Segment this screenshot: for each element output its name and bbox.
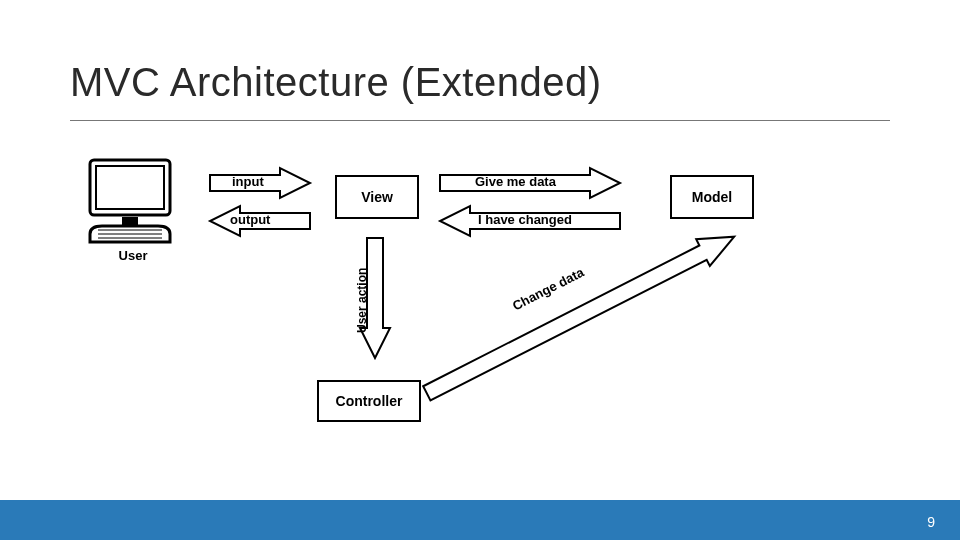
user-action-label: User action [355,255,369,345]
svg-rect-0 [90,160,170,215]
input-label: input [232,174,264,189]
controller-node: Controller [317,380,421,422]
title-underline [70,120,890,121]
i-have-changed-label: I have changed [478,212,572,227]
svg-rect-1 [96,166,164,209]
arrow-change-data [420,223,741,406]
diagram-svg [80,150,880,460]
view-node-label: View [361,189,393,205]
slide-title: MVC Architecture (Extended) [70,60,602,105]
model-node: Model [670,175,754,219]
page-number: 9 [927,514,935,530]
view-node: View [335,175,419,219]
computer-icon [90,160,170,242]
footer-bar [0,500,960,540]
output-label: output [230,212,270,227]
controller-node-label: Controller [336,393,403,409]
user-label: User [108,248,158,263]
give-me-data-label: Give me data [475,174,556,189]
svg-rect-2 [122,217,138,225]
model-node-label: Model [692,189,732,205]
mvc-diagram: User View Model Controller input output … [80,150,880,460]
